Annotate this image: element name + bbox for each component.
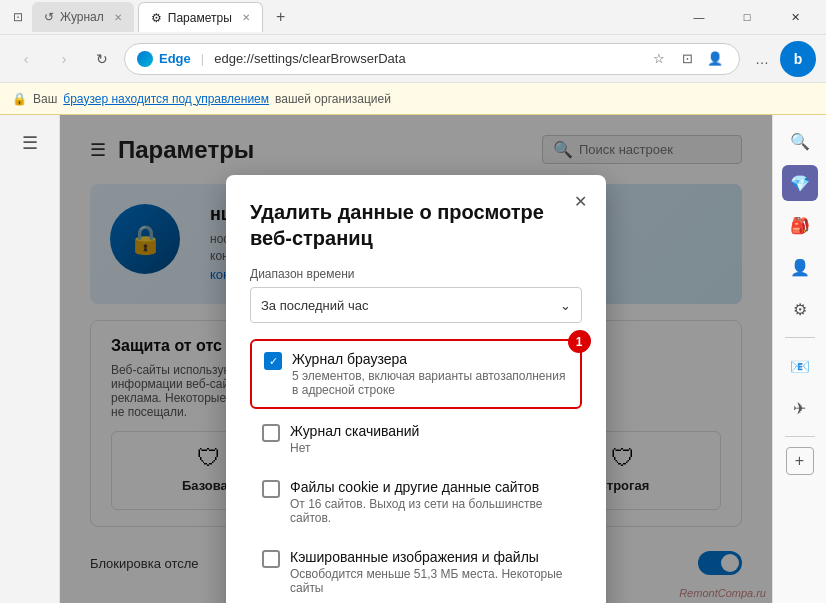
settings-tab-close[interactable]: ✕ [242, 12, 250, 23]
checkbox-cookies: Файлы cookie и другие данные сайтов От 1… [250, 469, 582, 535]
right-profile-icon[interactable]: 👤 [782, 249, 818, 285]
right-settings-icon[interactable]: ⚙ [782, 291, 818, 327]
checkbox-cookies-check[interactable] [262, 480, 280, 498]
forward-button[interactable]: › [48, 43, 80, 75]
browser-logo: ⊡ [8, 7, 28, 27]
managed-link[interactable]: браузер находится под управлением [63, 92, 269, 106]
edge-label: Edge [159, 51, 191, 66]
minimize-button[interactable]: — [676, 1, 722, 33]
checkbox-history-text: Журнал браузера 5 элементов, включая вар… [292, 351, 568, 397]
page-content: ☰ Параметры 🔍 🔒 нциальность. ность ваших… [60, 115, 772, 603]
edge-favicon [137, 51, 153, 67]
right-divider-1 [785, 337, 815, 338]
tab-history[interactable]: ↺ Журнал ✕ [32, 2, 134, 32]
sidebar-hamburger[interactable]: ☰ [10, 123, 50, 163]
clear-data-modal: ✕ Удалить данные о просмотревеб-страниц … [226, 175, 606, 603]
info-bar: 🔒 Ваш браузер находится под управлением … [0, 83, 826, 115]
favorites-icon[interactable]: ☆ [647, 47, 671, 71]
browser-window: ⊡ ↺ Журнал ✕ ⚙ Параметры ✕ + — □ ✕ ‹ › ↻… [0, 0, 826, 603]
checkbox-cache-title: Кэшированные изображения и файлы [290, 549, 570, 565]
bing-button[interactable]: b [780, 41, 816, 77]
time-range-select[interactable]: За последний час ⌄ [250, 287, 582, 323]
back-button[interactable]: ‹ [10, 43, 42, 75]
profile-icon[interactable]: 👤 [703, 47, 727, 71]
checkbox-downloads-desc: Нет [290, 441, 570, 455]
right-outlook-icon[interactable]: 📧 [782, 348, 818, 384]
modal-overlay: ✕ Удалить данные о просмотревеб-страниц … [60, 115, 772, 603]
settings-sidebar: ☰ [0, 115, 60, 603]
address-bar: ‹ › ↻ Edge | edge://settings/clearBrowse… [0, 35, 826, 83]
main-area: ☰ ☰ Параметры 🔍 🔒 [0, 115, 826, 603]
window-controls: — □ ✕ [676, 1, 818, 33]
right-gem-icon[interactable]: 💎 [782, 165, 818, 201]
checkbox-cache-text: Кэшированные изображения и файлы Освобод… [290, 549, 570, 595]
settings-tab-label: Параметры [168, 11, 232, 25]
tab-settings[interactable]: ⚙ Параметры ✕ [138, 2, 263, 32]
right-telegram-icon[interactable]: ✈ [782, 390, 818, 426]
checkbox-cache-check[interactable] [262, 550, 280, 568]
toolbar-icons: … b [746, 41, 816, 77]
address-text: edge://settings/clearBrowserData [214, 51, 405, 66]
checkbox-history-check[interactable]: ✓ [264, 352, 282, 370]
checkbox-cache: Кэшированные изображения и файлы Освобод… [250, 539, 582, 603]
time-range-label: Диапазон времени [250, 267, 582, 281]
url-separator: | [201, 51, 204, 66]
right-search-icon[interactable]: 🔍 [782, 123, 818, 159]
modal-title: Удалить данные о просмотревеб-страниц [250, 199, 582, 251]
more-button[interactable]: … [746, 43, 778, 75]
checkbox-downloads: Журнал скачиваний Нет [250, 413, 582, 465]
checkbox-history-title: Журнал браузера [292, 351, 568, 367]
collections-icon[interactable]: ⊡ [675, 47, 699, 71]
close-button[interactable]: ✕ [772, 1, 818, 33]
right-divider-2 [785, 436, 815, 437]
checkbox-cookies-desc: От 16 сайтов. Выход из сети на большинст… [290, 497, 570, 525]
dropdown-icon: ⌄ [560, 298, 571, 313]
checkbox-browser-history: ✓ Журнал браузера 5 элементов, включая в… [250, 339, 582, 409]
right-bag-icon[interactable]: 🎒 [782, 207, 818, 243]
checkbox-history-desc: 5 элементов, включая варианты автозаполн… [292, 369, 568, 397]
history-tab-close[interactable]: ✕ [114, 12, 122, 23]
address-input[interactable]: Edge | edge://settings/clearBrowserData … [124, 43, 740, 75]
settings-tab-icon: ⚙ [151, 11, 162, 25]
checkbox-downloads-text: Журнал скачиваний Нет [290, 423, 570, 455]
title-bar: ⊡ ↺ Журнал ✕ ⚙ Параметры ✕ + — □ ✕ [0, 0, 826, 35]
new-tab-button[interactable]: + [267, 3, 295, 31]
checkbox-cache-desc: Освободится меньше 51,3 МБ места. Некото… [290, 567, 570, 595]
history-tab-icon: ↺ [44, 10, 54, 24]
time-range-value: За последний час [261, 298, 368, 313]
info-text-suffix: вашей организацией [275, 92, 391, 106]
modal-close-button[interactable]: ✕ [566, 187, 594, 215]
checkbox-downloads-title: Журнал скачиваний [290, 423, 570, 439]
checkbox-downloads-check[interactable] [262, 424, 280, 442]
lock-icon: 🔒 [12, 92, 27, 106]
refresh-button[interactable]: ↻ [86, 43, 118, 75]
checkbox-cookies-text: Файлы cookie и другие данные сайтов От 1… [290, 479, 570, 525]
maximize-button[interactable]: □ [724, 1, 770, 33]
address-action-icons: ☆ ⊡ 👤 [647, 47, 727, 71]
history-tab-label: Журнал [60, 10, 104, 24]
badge-1: 1 [569, 330, 591, 352]
right-panel: 🔍 💎 🎒 👤 ⚙ 📧 ✈ + [772, 115, 826, 603]
right-add-button[interactable]: + [786, 447, 814, 475]
checkbox-cookies-title: Файлы cookie и другие данные сайтов [290, 479, 570, 495]
info-text-prefix: Ваш [33, 92, 57, 106]
